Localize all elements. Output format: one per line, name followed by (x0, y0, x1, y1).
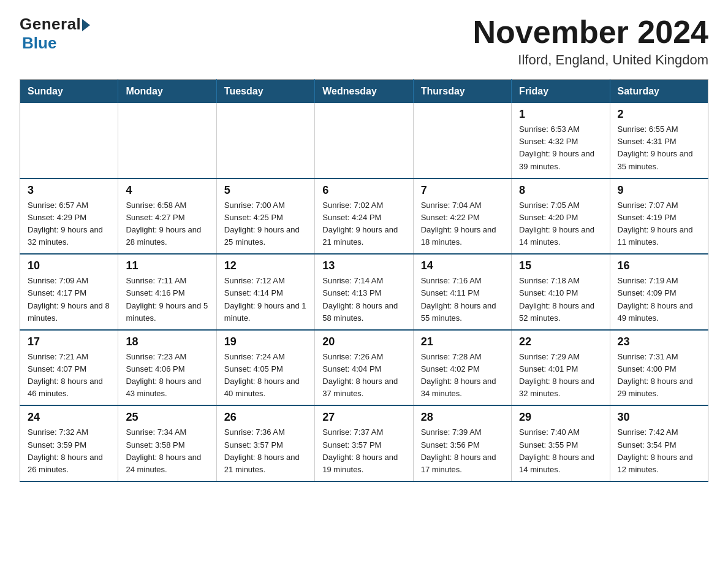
calendar-cell: 7Sunrise: 7:04 AM Sunset: 4:22 PM Daylig… (413, 178, 511, 255)
calendar-cell: 23Sunrise: 7:31 AM Sunset: 4:00 PM Dayli… (610, 330, 708, 406)
day-info: Sunrise: 6:53 AM Sunset: 4:32 PM Dayligh… (519, 123, 602, 173)
day-info: Sunrise: 7:12 AM Sunset: 4:14 PM Dayligh… (224, 275, 307, 324)
calendar-subtitle: Ilford, England, United Kingdom (473, 52, 708, 68)
page-header: General Blue November 2024 Ilford, Engla… (20, 15, 708, 68)
day-number: 21 (421, 335, 504, 348)
day-number: 15 (519, 259, 602, 272)
logo-arrow-icon (82, 19, 90, 31)
calendar-cell: 4Sunrise: 6:58 AM Sunset: 4:27 PM Daylig… (118, 178, 216, 255)
calendar-week-row: 1Sunrise: 6:53 AM Sunset: 4:32 PM Daylig… (20, 103, 708, 178)
day-info: Sunrise: 6:55 AM Sunset: 4:31 PM Dayligh… (618, 123, 700, 173)
calendar-cell: 24Sunrise: 7:32 AM Sunset: 3:59 PM Dayli… (20, 405, 118, 481)
calendar-cell: 3Sunrise: 6:57 AM Sunset: 4:29 PM Daylig… (20, 178, 118, 255)
day-info: Sunrise: 7:07 AM Sunset: 4:19 PM Dayligh… (618, 199, 700, 249)
calendar-cell: 15Sunrise: 7:18 AM Sunset: 4:10 PM Dayli… (512, 254, 610, 330)
day-number: 10 (28, 259, 110, 272)
weekday-header-monday: Monday (118, 80, 216, 104)
calendar-cell: 8Sunrise: 7:05 AM Sunset: 4:20 PM Daylig… (512, 178, 610, 255)
calendar-cell: 29Sunrise: 7:40 AM Sunset: 3:55 PM Dayli… (512, 405, 610, 481)
calendar-cell: 17Sunrise: 7:21 AM Sunset: 4:07 PM Dayli… (20, 330, 118, 406)
calendar-cell: 6Sunrise: 7:02 AM Sunset: 4:24 PM Daylig… (315, 178, 413, 255)
day-info: Sunrise: 7:19 AM Sunset: 4:09 PM Dayligh… (618, 275, 700, 324)
calendar-cell: 1Sunrise: 6:53 AM Sunset: 4:32 PM Daylig… (512, 103, 610, 178)
day-info: Sunrise: 7:05 AM Sunset: 4:20 PM Dayligh… (519, 199, 602, 249)
day-info: Sunrise: 7:29 AM Sunset: 4:01 PM Dayligh… (519, 351, 602, 400)
day-number: 28 (421, 411, 504, 424)
calendar-cell (20, 103, 118, 178)
day-number: 25 (126, 411, 208, 424)
day-info: Sunrise: 7:40 AM Sunset: 3:55 PM Dayligh… (519, 426, 602, 476)
day-number: 17 (28, 335, 110, 348)
day-number: 8 (519, 184, 602, 197)
day-info: Sunrise: 7:32 AM Sunset: 3:59 PM Dayligh… (28, 426, 110, 476)
day-number: 29 (519, 411, 602, 424)
day-info: Sunrise: 7:37 AM Sunset: 3:57 PM Dayligh… (322, 426, 405, 476)
day-info: Sunrise: 6:57 AM Sunset: 4:29 PM Dayligh… (28, 199, 110, 249)
weekday-header-sunday: Sunday (20, 80, 118, 104)
calendar-cell: 30Sunrise: 7:42 AM Sunset: 3:54 PM Dayli… (610, 405, 708, 481)
day-info: Sunrise: 7:31 AM Sunset: 4:00 PM Dayligh… (618, 351, 700, 400)
day-number: 19 (224, 335, 307, 348)
calendar-cell: 27Sunrise: 7:37 AM Sunset: 3:57 PM Dayli… (315, 405, 413, 481)
weekday-header-tuesday: Tuesday (216, 80, 314, 104)
day-number: 7 (421, 184, 504, 197)
day-info: Sunrise: 7:26 AM Sunset: 4:04 PM Dayligh… (322, 351, 405, 400)
calendar-cell: 26Sunrise: 7:36 AM Sunset: 3:57 PM Dayli… (216, 405, 314, 481)
calendar-cell: 20Sunrise: 7:26 AM Sunset: 4:04 PM Dayli… (315, 330, 413, 406)
day-number: 2 (618, 108, 700, 121)
day-info: Sunrise: 7:00 AM Sunset: 4:25 PM Dayligh… (224, 199, 307, 249)
day-number: 30 (618, 411, 700, 424)
day-number: 3 (28, 184, 110, 197)
logo: General Blue (20, 15, 90, 53)
day-number: 12 (224, 259, 307, 272)
calendar-cell: 13Sunrise: 7:14 AM Sunset: 4:13 PM Dayli… (315, 254, 413, 330)
weekday-header-friday: Friday (512, 80, 610, 104)
day-number: 20 (322, 335, 405, 348)
calendar-cell: 22Sunrise: 7:29 AM Sunset: 4:01 PM Dayli… (512, 330, 610, 406)
day-number: 4 (126, 184, 208, 197)
day-info: Sunrise: 7:28 AM Sunset: 4:02 PM Dayligh… (421, 351, 504, 400)
day-number: 9 (618, 184, 700, 197)
weekday-header-thursday: Thursday (413, 80, 511, 104)
day-number: 24 (28, 411, 110, 424)
day-info: Sunrise: 7:09 AM Sunset: 4:17 PM Dayligh… (28, 275, 110, 324)
weekday-header-row: SundayMondayTuesdayWednesdayThursdayFrid… (20, 80, 708, 104)
day-info: Sunrise: 7:11 AM Sunset: 4:16 PM Dayligh… (126, 275, 208, 324)
day-number: 13 (322, 259, 405, 272)
calendar-cell (413, 103, 511, 178)
calendar-cell: 2Sunrise: 6:55 AM Sunset: 4:31 PM Daylig… (610, 103, 708, 178)
calendar-cell: 28Sunrise: 7:39 AM Sunset: 3:56 PM Dayli… (413, 405, 511, 481)
day-info: Sunrise: 7:42 AM Sunset: 3:54 PM Dayligh… (618, 426, 700, 476)
day-info: Sunrise: 7:04 AM Sunset: 4:22 PM Dayligh… (421, 199, 504, 249)
day-info: Sunrise: 7:39 AM Sunset: 3:56 PM Dayligh… (421, 426, 504, 476)
calendar-cell: 11Sunrise: 7:11 AM Sunset: 4:16 PM Dayli… (118, 254, 216, 330)
day-info: Sunrise: 7:36 AM Sunset: 3:57 PM Dayligh… (224, 426, 307, 476)
calendar-week-row: 24Sunrise: 7:32 AM Sunset: 3:59 PM Dayli… (20, 405, 708, 481)
calendar-cell: 10Sunrise: 7:09 AM Sunset: 4:17 PM Dayli… (20, 254, 118, 330)
calendar-cell: 16Sunrise: 7:19 AM Sunset: 4:09 PM Dayli… (610, 254, 708, 330)
calendar-cell: 18Sunrise: 7:23 AM Sunset: 4:06 PM Dayli… (118, 330, 216, 406)
day-number: 16 (618, 259, 700, 272)
calendar-cell (216, 103, 314, 178)
weekday-header-wednesday: Wednesday (315, 80, 413, 104)
day-info: Sunrise: 7:34 AM Sunset: 3:58 PM Dayligh… (126, 426, 208, 476)
calendar-cell: 19Sunrise: 7:24 AM Sunset: 4:05 PM Dayli… (216, 330, 314, 406)
logo-general-text: General (20, 15, 81, 34)
day-info: Sunrise: 7:24 AM Sunset: 4:05 PM Dayligh… (224, 351, 307, 400)
day-number: 6 (322, 184, 405, 197)
calendar-cell: 14Sunrise: 7:16 AM Sunset: 4:11 PM Dayli… (413, 254, 511, 330)
calendar-title: November 2024 (473, 15, 708, 50)
calendar-cell (315, 103, 413, 178)
day-info: Sunrise: 6:58 AM Sunset: 4:27 PM Dayligh… (126, 199, 208, 249)
day-number: 26 (224, 411, 307, 424)
logo-blue-text: Blue (22, 34, 56, 53)
day-info: Sunrise: 7:02 AM Sunset: 4:24 PM Dayligh… (322, 199, 405, 249)
weekday-header-saturday: Saturday (610, 80, 708, 104)
day-number: 23 (618, 335, 700, 348)
calendar-cell: 5Sunrise: 7:00 AM Sunset: 4:25 PM Daylig… (216, 178, 314, 255)
day-info: Sunrise: 7:23 AM Sunset: 4:06 PM Dayligh… (126, 351, 208, 400)
day-info: Sunrise: 7:18 AM Sunset: 4:10 PM Dayligh… (519, 275, 602, 324)
calendar-table: SundayMondayTuesdayWednesdayThursdayFrid… (20, 79, 708, 482)
calendar-cell: 25Sunrise: 7:34 AM Sunset: 3:58 PM Dayli… (118, 405, 216, 481)
calendar-cell: 21Sunrise: 7:28 AM Sunset: 4:02 PM Dayli… (413, 330, 511, 406)
